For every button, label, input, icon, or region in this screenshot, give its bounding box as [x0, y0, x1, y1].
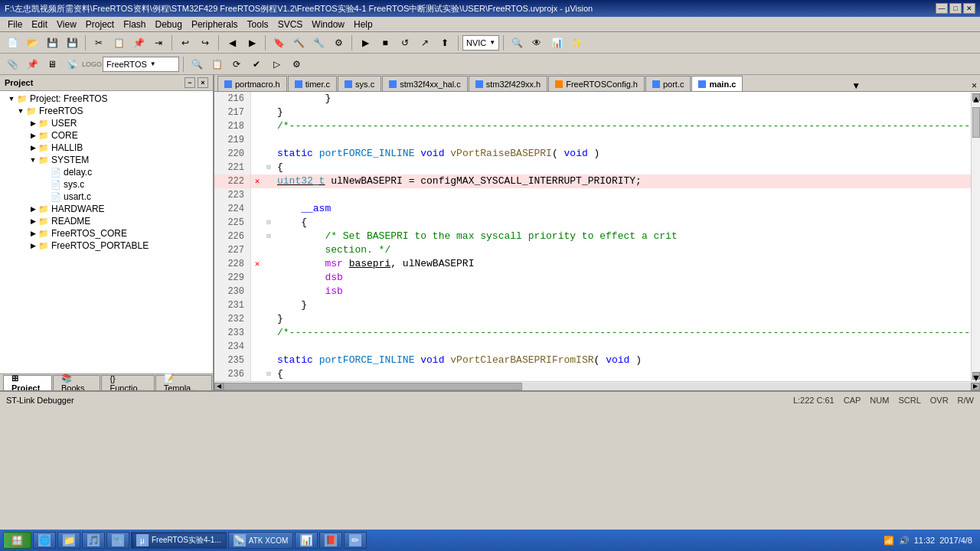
tree-freertos-core[interactable]: ▶ 📁 FreeRTOS_CORE: [2, 227, 211, 240]
taskbar-explorer-btn[interactable]: 🌐: [33, 532, 56, 549]
open-btn[interactable]: 📂: [23, 34, 41, 51]
debug-start-btn[interactable]: ▶: [356, 34, 374, 51]
h-scroll-track[interactable]: [224, 383, 971, 390]
menu-edit[interactable]: Edit: [27, 18, 52, 31]
tab-templates[interactable]: 📝 Templa...: [155, 375, 212, 390]
build2-btn[interactable]: 🔧: [309, 34, 328, 51]
t2-btn3[interactable]: 🖥: [43, 56, 61, 73]
debug-out-btn[interactable]: ⬆: [436, 34, 454, 51]
menu-debug[interactable]: Debug: [151, 18, 187, 31]
debug-reset-btn[interactable]: ↺: [396, 34, 414, 51]
t2-btn6[interactable]: 📋: [207, 56, 226, 73]
build-btn[interactable]: 🔨: [289, 34, 308, 51]
taskbar-editor-btn[interactable]: ✏: [344, 532, 367, 549]
taskbar-tool1-btn[interactable]: 🔧: [106, 532, 129, 549]
tab-sys-c[interactable]: sys.c: [338, 76, 381, 91]
taskbar-ppt-btn[interactable]: 📊: [295, 532, 318, 549]
h-scroll-right-btn[interactable]: ▶: [971, 383, 980, 390]
t2-btn9[interactable]: ▷: [267, 56, 286, 73]
h-scrollbar[interactable]: ◀ ▶: [214, 381, 980, 390]
t2-btn2[interactable]: 📌: [23, 56, 41, 73]
t2-btn1[interactable]: 📎: [3, 56, 21, 73]
magic-btn[interactable]: ✨: [567, 34, 586, 51]
save-btn[interactable]: 💾: [43, 34, 61, 51]
menu-peripherals[interactable]: Peripherals: [187, 18, 243, 31]
tab-functions[interactable]: {} Functio...: [101, 375, 154, 390]
tree-hallib[interactable]: ▶ 📁 HALLIB: [2, 142, 211, 154]
redo-btn[interactable]: ↪: [196, 34, 214, 51]
tab-freertosconfig[interactable]: FreeRTOSConfig.h: [548, 76, 645, 91]
code-editor[interactable]: 216 } 217 } 218 /*--: [214, 92, 980, 381]
tabs-overflow-btn[interactable]: ▼: [848, 80, 864, 91]
debug-stop-btn[interactable]: ■: [376, 34, 394, 51]
menu-help[interactable]: Help: [349, 18, 377, 31]
menu-tools[interactable]: Tools: [243, 18, 273, 31]
panel-close-btn[interactable]: ×: [198, 77, 208, 88]
tree-sys-c[interactable]: 📄 sys.c: [2, 178, 211, 191]
menu-view[interactable]: View: [52, 18, 81, 31]
start-button[interactable]: 🪟: [3, 532, 31, 549]
menu-flash[interactable]: Flash: [119, 18, 150, 31]
collapse-221[interactable]: ⊟: [263, 161, 274, 174]
nvic-dropdown[interactable]: NVIC ▼: [462, 35, 499, 51]
nav-back-btn[interactable]: ◀: [223, 34, 241, 51]
bookmark-btn[interactable]: 🔖: [270, 34, 288, 51]
taskbar-media-btn[interactable]: 🎵: [82, 532, 105, 549]
indent-btn[interactable]: ⇥: [149, 34, 168, 51]
tab-project[interactable]: ⊞ Project: [3, 375, 52, 390]
t2-btn4[interactable]: 📡: [63, 56, 81, 73]
tree-readme[interactable]: ▶ 📁 README: [2, 215, 211, 227]
watch-btn[interactable]: 👁: [528, 34, 546, 51]
tree-hardware[interactable]: ▶ 📁 HARDWARE: [2, 203, 211, 215]
menu-project[interactable]: Project: [81, 18, 119, 31]
save-all-btn[interactable]: 💾: [63, 34, 81, 51]
h-scroll-left-btn[interactable]: ◀: [214, 383, 224, 390]
tab-stm32f4xx-hal[interactable]: stm32f4xx_hal.c: [382, 76, 467, 91]
freertos-dropdown[interactable]: FreeRTOS ▼: [103, 57, 179, 72]
taskbar-pdf-btn[interactable]: 📕: [319, 532, 342, 549]
collapse-226[interactable]: ⊟: [263, 230, 274, 243]
close-button[interactable]: ✕: [963, 3, 975, 14]
tab-stm32f429xx[interactable]: stm32f429xx.h: [469, 76, 548, 91]
tree-usart-c[interactable]: 📄 usart.c: [2, 191, 211, 203]
scroll-thumb[interactable]: [972, 107, 980, 138]
copy-btn[interactable]: 📋: [109, 34, 128, 51]
minimize-button[interactable]: —: [936, 3, 948, 14]
tab-books[interactable]: 📚 Books: [53, 375, 100, 390]
t2-btn10[interactable]: ⚙: [287, 56, 305, 73]
maximize-button[interactable]: □: [949, 3, 962, 14]
cut-btn[interactable]: ✂: [90, 34, 108, 51]
paste-btn[interactable]: 📌: [129, 34, 148, 51]
menu-svcs[interactable]: SVCS: [273, 18, 308, 31]
tree-freertos[interactable]: ▼ 📁 FreeRTOS: [2, 105, 211, 117]
tree-core[interactable]: ▶ 📁 CORE: [2, 129, 211, 142]
tabs-close-btn[interactable]: ×: [969, 80, 980, 91]
taskbar-uvision-btn[interactable]: μ FreeRTOS实验4-1...: [131, 532, 227, 549]
collapse-225[interactable]: ⊟: [263, 216, 274, 230]
tree-freertos-portable[interactable]: ▶ 📁 FreeRTOS_PORTABLE: [2, 240, 211, 252]
build3-btn[interactable]: ⚙: [329, 34, 348, 51]
t2-btn8[interactable]: ✔: [247, 56, 266, 73]
t2-btn7[interactable]: ⟳: [227, 56, 246, 73]
tab-portmacro-h[interactable]: portmacro.h: [217, 76, 287, 91]
t2-btn5[interactable]: 🔍: [188, 56, 206, 73]
taskbar-xcom-btn[interactable]: 📡 ATK XCOM: [228, 532, 293, 549]
undo-btn[interactable]: ↩: [176, 34, 194, 51]
taskbar-files-btn[interactable]: 📁: [57, 532, 80, 549]
tab-main-c[interactable]: main.c: [691, 76, 743, 91]
perf-btn[interactable]: 📊: [547, 34, 566, 51]
tree-root[interactable]: ▼ 📁 Project: FreeRTOS: [2, 93, 211, 105]
code-scrollbar[interactable]: ▲ ▼: [971, 92, 980, 381]
menu-file[interactable]: File: [3, 18, 27, 31]
code-scroll-area[interactable]: 216 } 217 } 218 /*--: [214, 92, 971, 381]
scroll-up-btn[interactable]: ▲: [972, 93, 980, 101]
tree-delay-c[interactable]: 📄 delay.c: [2, 166, 211, 178]
panel-pin-btn[interactable]: −: [185, 77, 195, 88]
search-btn[interactable]: 🔍: [508, 34, 526, 51]
debug-step-btn[interactable]: ↗: [416, 34, 434, 51]
new-file-btn[interactable]: 📄: [3, 34, 21, 51]
collapse-236[interactable]: ⊟: [263, 367, 274, 381]
tab-port-c[interactable]: port.c: [645, 76, 691, 91]
tree-system[interactable]: ▼ 📁 SYSTEM: [2, 154, 211, 166]
h-scroll-thumb[interactable]: [224, 383, 522, 390]
